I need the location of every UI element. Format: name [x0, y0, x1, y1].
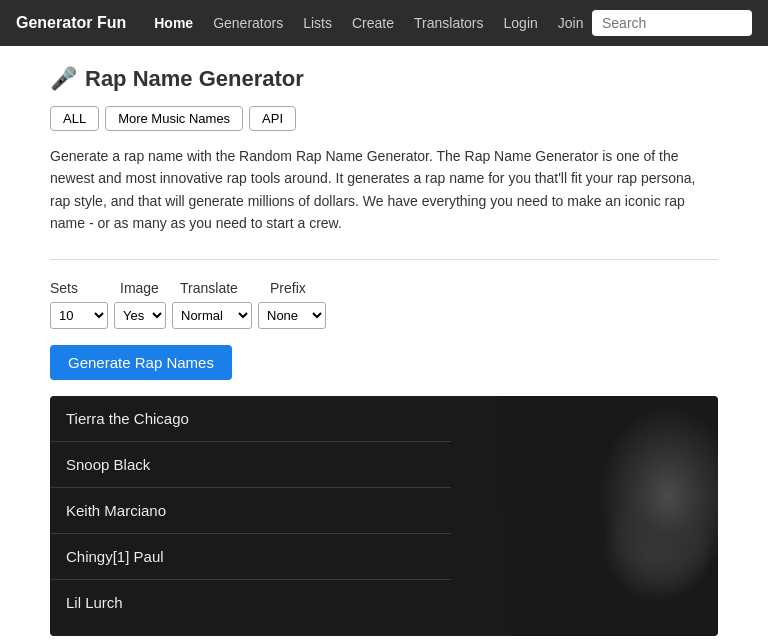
controls-labels: Sets Image Translate Prefix [50, 280, 718, 296]
tag-button-api[interactable]: API [249, 106, 296, 131]
nav-link-home[interactable]: Home [146, 11, 201, 35]
sets-select[interactable]: 15102050 [50, 302, 108, 329]
translate-select[interactable]: NormalFormalSlang [172, 302, 252, 329]
title-icon: 🎤 [50, 66, 77, 92]
search-container [592, 10, 752, 36]
navbar: Generator Fun HomeGeneratorsListsCreateT… [0, 0, 768, 46]
image-label: Image [120, 280, 180, 296]
search-input[interactable] [592, 10, 752, 36]
description: Generate a rap name with the Random Rap … [50, 145, 718, 235]
nav-link-login[interactable]: Login [496, 11, 546, 35]
brand-logo[interactable]: Generator Fun [16, 14, 126, 32]
generate-button[interactable]: Generate Rap Names [50, 345, 232, 380]
prefix-select[interactable]: NoneLilBigYoungOld [258, 302, 326, 329]
divider [50, 259, 718, 260]
result-item: Keith Marciano [50, 488, 451, 534]
nav-links: HomeGeneratorsListsCreateTranslatorsLogi… [146, 11, 592, 35]
tag-button-all[interactable]: ALL [50, 106, 99, 131]
image-select[interactable]: YesNo [114, 302, 166, 329]
nav-link-translators[interactable]: Translators [406, 11, 492, 35]
sets-label: Sets [50, 280, 120, 296]
controls-row: 15102050 YesNo NormalFormalSlang NoneLil… [50, 302, 718, 329]
nav-link-join[interactable]: Join [550, 11, 592, 35]
tag-button-more-music-names[interactable]: More Music Names [105, 106, 243, 131]
results-container: Tierra the ChicagoSnoop BlackKeith Marci… [50, 396, 718, 636]
tag-buttons: ALLMore Music NamesAPI [50, 106, 718, 131]
result-item: Chingy[1] Paul [50, 534, 451, 580]
results-list: Tierra the ChicagoSnoop BlackKeith Marci… [50, 396, 451, 625]
result-item: Lil Lurch [50, 580, 451, 625]
results-background-image [498, 396, 718, 636]
nav-link-lists[interactable]: Lists [295, 11, 340, 35]
main-content: 🎤 Rap Name Generator ALLMore Music Names… [34, 46, 734, 641]
nav-link-create[interactable]: Create [344, 11, 402, 35]
result-item: Tierra the Chicago [50, 396, 451, 442]
translate-label: Translate [180, 280, 270, 296]
nav-link-generators[interactable]: Generators [205, 11, 291, 35]
page-title: 🎤 Rap Name Generator [50, 66, 718, 92]
title-text: Rap Name Generator [85, 66, 304, 92]
prefix-label: Prefix [270, 280, 330, 296]
result-item: Snoop Black [50, 442, 451, 488]
